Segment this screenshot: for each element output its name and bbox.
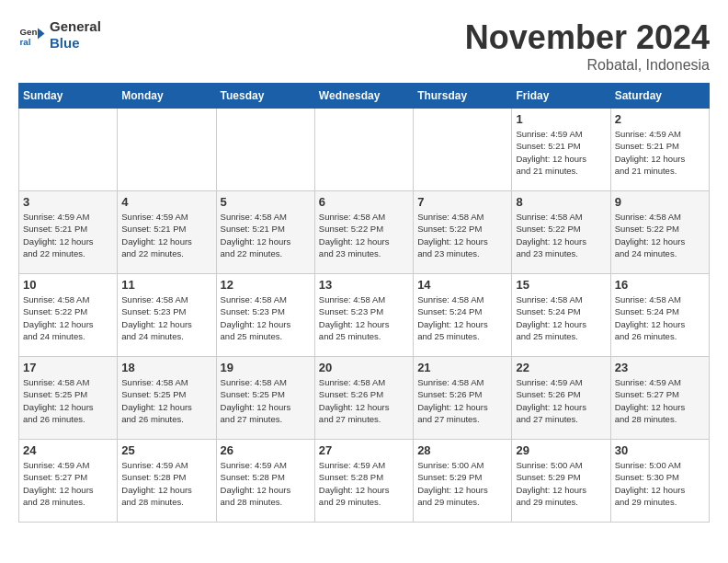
day-info: Sunrise: 4:58 AM Sunset: 5:24 PM Dayligh… [615,293,705,342]
day-number: 15 [516,278,606,292]
weekday-header-saturday: Saturday [610,84,709,109]
day-info: Sunrise: 4:58 AM Sunset: 5:23 PM Dayligh… [221,293,311,342]
day-number: 13 [319,278,409,292]
month-title: November 2024 [465,18,710,57]
day-info: Sunrise: 4:59 AM Sunset: 5:26 PM Dayligh… [516,376,606,425]
day-info: Sunrise: 4:58 AM Sunset: 5:21 PM Dayligh… [221,211,311,259]
day-info: Sunrise: 4:58 AM Sunset: 5:25 PM Dayligh… [121,376,211,425]
day-cell: 5Sunrise: 4:58 AM Sunset: 5:21 PM Daylig… [216,191,314,274]
day-cell: 13Sunrise: 4:58 AM Sunset: 5:23 PM Dayli… [314,274,413,357]
day-cell: 19Sunrise: 4:58 AM Sunset: 5:25 PM Dayli… [216,357,314,440]
day-number: 28 [417,443,507,457]
day-cell: 26Sunrise: 4:59 AM Sunset: 5:28 PM Dayli… [216,440,314,523]
day-cell [118,109,216,191]
day-info: Sunrise: 4:58 AM Sunset: 5:26 PM Dayligh… [417,376,507,425]
day-info: Sunrise: 4:58 AM Sunset: 5:24 PM Dayligh… [516,293,606,342]
logo-icon: Gene ral [18,21,46,49]
day-cell: 9Sunrise: 4:58 AM Sunset: 5:22 PM Daylig… [610,191,709,274]
day-info: Sunrise: 4:59 AM Sunset: 5:28 PM Dayligh… [121,459,211,508]
logo-line1: General [50,18,101,35]
day-cell: 15Sunrise: 4:58 AM Sunset: 5:24 PM Dayli… [512,274,610,357]
weekday-header-monday: Monday [118,84,216,109]
day-cell: 3Sunrise: 4:59 AM Sunset: 5:21 PM Daylig… [19,191,118,274]
day-number: 18 [121,361,211,374]
day-cell: 17Sunrise: 4:58 AM Sunset: 5:25 PM Dayli… [19,357,118,440]
day-cell [414,109,512,191]
day-cell: 24Sunrise: 4:59 AM Sunset: 5:27 PM Dayli… [19,440,118,523]
calendar-table: SundayMondayTuesdayWednesdayThursdayFrid… [18,83,710,523]
day-number: 16 [615,278,705,292]
day-number: 27 [319,443,409,457]
day-cell: 7Sunrise: 4:58 AM Sunset: 5:22 PM Daylig… [414,191,512,274]
day-info: Sunrise: 4:58 AM Sunset: 5:22 PM Dayligh… [615,211,705,259]
svg-text:ral: ral [20,37,31,47]
day-cell: 21Sunrise: 4:58 AM Sunset: 5:26 PM Dayli… [414,357,512,440]
day-info: Sunrise: 5:00 AM Sunset: 5:29 PM Dayligh… [417,459,507,508]
day-number: 29 [516,443,606,457]
day-cell [314,109,413,191]
day-cell: 14Sunrise: 4:58 AM Sunset: 5:24 PM Dayli… [414,274,512,357]
day-number: 3 [23,195,113,209]
day-info: Sunrise: 4:58 AM Sunset: 5:25 PM Dayligh… [23,376,113,425]
day-number: 26 [221,443,311,457]
location-title: Robatal, Indonesia [465,57,710,74]
day-number: 4 [121,195,211,209]
day-info: Sunrise: 4:59 AM Sunset: 5:27 PM Dayligh… [23,459,113,508]
day-info: Sunrise: 4:59 AM Sunset: 5:28 PM Dayligh… [221,459,311,508]
day-info: Sunrise: 5:00 AM Sunset: 5:29 PM Dayligh… [516,459,606,508]
day-info: Sunrise: 5:00 AM Sunset: 5:30 PM Dayligh… [615,459,705,508]
week-row-5: 24Sunrise: 4:59 AM Sunset: 5:27 PM Dayli… [19,440,710,523]
day-cell: 27Sunrise: 4:59 AM Sunset: 5:28 PM Dayli… [314,440,413,523]
day-number: 10 [23,278,113,292]
day-cell: 11Sunrise: 4:58 AM Sunset: 5:23 PM Dayli… [118,274,216,357]
day-cell: 22Sunrise: 4:59 AM Sunset: 5:26 PM Dayli… [512,357,610,440]
day-number: 2 [615,112,705,126]
day-cell: 6Sunrise: 4:58 AM Sunset: 5:22 PM Daylig… [314,191,413,274]
day-info: Sunrise: 4:58 AM Sunset: 5:22 PM Dayligh… [516,211,606,259]
weekday-header-sunday: Sunday [19,84,118,109]
header: Gene ral General Blue November 2024 Roba… [18,18,710,74]
week-row-1: 1Sunrise: 4:59 AM Sunset: 5:21 PM Daylig… [19,109,710,191]
day-cell [19,109,118,191]
day-info: Sunrise: 4:59 AM Sunset: 5:21 PM Dayligh… [615,128,705,177]
day-number: 20 [319,361,409,374]
day-number: 7 [417,195,507,209]
day-number: 21 [417,361,507,374]
day-info: Sunrise: 4:59 AM Sunset: 5:21 PM Dayligh… [516,128,606,177]
day-number: 8 [516,195,606,209]
day-number: 23 [615,361,705,374]
weekday-header-thursday: Thursday [414,84,512,109]
day-cell: 25Sunrise: 4:59 AM Sunset: 5:28 PM Dayli… [118,440,216,523]
day-cell: 2Sunrise: 4:59 AM Sunset: 5:21 PM Daylig… [610,109,709,191]
title-area: November 2024 Robatal, Indonesia [465,18,710,74]
week-row-3: 10Sunrise: 4:58 AM Sunset: 5:22 PM Dayli… [19,274,710,357]
day-cell: 29Sunrise: 5:00 AM Sunset: 5:29 PM Dayli… [512,440,610,523]
day-cell: 18Sunrise: 4:58 AM Sunset: 5:25 PM Dayli… [118,357,216,440]
day-cell: 8Sunrise: 4:58 AM Sunset: 5:22 PM Daylig… [512,191,610,274]
day-info: Sunrise: 4:59 AM Sunset: 5:21 PM Dayligh… [23,211,113,259]
day-number: 6 [319,195,409,209]
day-info: Sunrise: 4:59 AM Sunset: 5:21 PM Dayligh… [121,211,211,259]
day-number: 25 [121,443,211,457]
day-number: 24 [23,443,113,457]
week-row-2: 3Sunrise: 4:59 AM Sunset: 5:21 PM Daylig… [19,191,710,274]
weekday-header-wednesday: Wednesday [314,84,413,109]
day-number: 30 [615,443,705,457]
weekday-header-friday: Friday [512,84,610,109]
logo: Gene ral General Blue [18,18,101,52]
day-info: Sunrise: 4:58 AM Sunset: 5:25 PM Dayligh… [221,376,311,425]
day-info: Sunrise: 4:58 AM Sunset: 5:23 PM Dayligh… [121,293,211,342]
day-number: 17 [23,361,113,374]
day-info: Sunrise: 4:58 AM Sunset: 5:24 PM Dayligh… [417,293,507,342]
day-number: 19 [221,361,311,374]
day-cell: 16Sunrise: 4:58 AM Sunset: 5:24 PM Dayli… [610,274,709,357]
day-info: Sunrise: 4:59 AM Sunset: 5:27 PM Dayligh… [615,376,705,425]
day-cell: 12Sunrise: 4:58 AM Sunset: 5:23 PM Dayli… [216,274,314,357]
day-number: 14 [417,278,507,292]
day-info: Sunrise: 4:58 AM Sunset: 5:22 PM Dayligh… [23,293,113,342]
day-number: 11 [121,278,211,292]
logo-line2: Blue [50,35,101,52]
day-cell: 28Sunrise: 5:00 AM Sunset: 5:29 PM Dayli… [414,440,512,523]
day-info: Sunrise: 4:59 AM Sunset: 5:28 PM Dayligh… [319,459,409,508]
day-number: 22 [516,361,606,374]
